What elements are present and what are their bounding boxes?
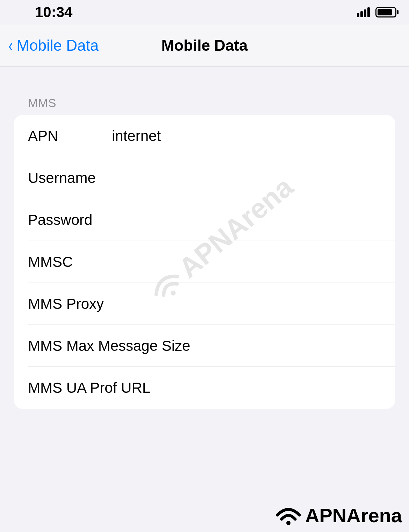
mms-proxy-input[interactable] — [104, 296, 381, 312]
mms-proxy-row[interactable]: MMS Proxy — [14, 283, 395, 325]
mms-max-size-label: MMS Max Message Size — [28, 338, 190, 354]
apn-label: APN — [28, 128, 112, 144]
mmsc-row[interactable]: MMSC — [14, 241, 395, 283]
password-row[interactable]: Password — [14, 199, 395, 241]
mms-max-size-row[interactable]: MMS Max Message Size — [14, 325, 395, 367]
mmsc-label: MMSC — [28, 254, 112, 270]
footer-logo-text: APNArena — [305, 504, 402, 527]
mms-ua-prof-label: MMS UA Prof URL — [28, 380, 150, 396]
back-button[interactable]: ‹ Mobile Data — [0, 35, 99, 56]
back-button-label: Mobile Data — [16, 37, 99, 54]
apn-input[interactable] — [112, 128, 381, 144]
mms-settings-group: APN Username Password MMSC MMS Proxy MMS… — [14, 115, 395, 409]
mms-max-size-input[interactable] — [190, 338, 381, 354]
content: MMS APN Username Password MMSC MMS Proxy — [0, 66, 409, 409]
username-input[interactable] — [112, 170, 381, 186]
status-indicators — [357, 7, 399, 17]
username-row[interactable]: Username — [14, 157, 395, 199]
password-label: Password — [28, 212, 112, 228]
status-time: 10:34 — [35, 4, 72, 21]
cellular-signal-icon — [357, 7, 370, 17]
battery-icon — [375, 7, 399, 17]
mms-ua-prof-row[interactable]: MMS UA Prof URL — [14, 367, 395, 409]
username-label: Username — [28, 170, 112, 186]
chevron-left-icon: ‹ — [9, 35, 13, 56]
apn-row[interactable]: APN — [14, 115, 395, 157]
mms-ua-prof-input[interactable] — [150, 380, 381, 396]
wifi-icon — [274, 505, 302, 526]
mms-proxy-label: MMS Proxy — [28, 296, 104, 312]
svg-point-1 — [286, 521, 290, 525]
mmsc-input[interactable] — [112, 254, 381, 270]
page-title: Mobile Data — [162, 37, 248, 54]
section-header-mms: MMS — [14, 66, 395, 115]
status-bar: 10:34 — [0, 0, 409, 24]
navigation-bar: ‹ Mobile Data Mobile Data — [0, 24, 409, 66]
password-input[interactable] — [112, 212, 381, 228]
footer-logo: APNArena — [274, 504, 402, 527]
